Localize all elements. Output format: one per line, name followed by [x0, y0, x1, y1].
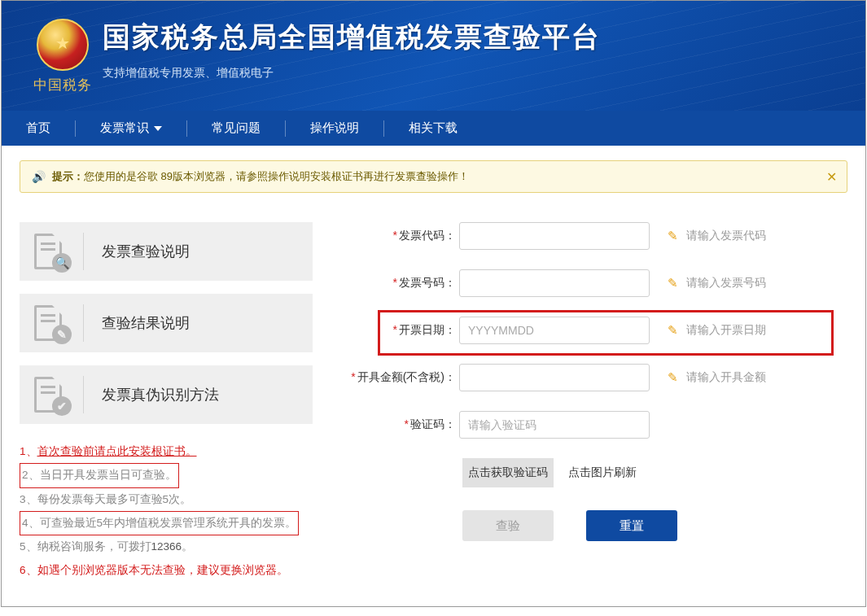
reset-button[interactable]: 重置 — [586, 510, 677, 541]
note-6: 6、如遇个别浏览器版本无法查验，建议更换浏览器。 — [20, 559, 313, 582]
get-captcha-button[interactable]: 点击获取验证码 — [462, 458, 554, 487]
close-icon[interactable]: ✕ — [826, 169, 837, 185]
hint-text: 请输入开票日期 — [686, 323, 766, 338]
pencil-icon: ✎ — [668, 323, 678, 338]
pencil-icon: ✎ — [668, 276, 678, 291]
chevron-down-icon — [154, 126, 162, 131]
tip-banner: 🔊 提示： 您使用的是谷歌 89版本浏览器，请参照操作说明安装根证书再进行发票查… — [20, 160, 847, 193]
tip-prefix: 提示： — [52, 169, 84, 184]
note-4: 4、可查验最近5年内增值税发票管理系统开具的发票。 — [20, 511, 299, 535]
tip-text: 您使用的是谷歌 89版本浏览器，请参照操作说明安装根证书再进行发票查验操作！ — [84, 169, 469, 184]
nav-invoice-knowledge[interactable]: 发票常识 — [76, 111, 186, 146]
nav-faq[interactable]: 常见问题 — [187, 111, 285, 146]
nav-instructions[interactable]: 操作说明 — [286, 111, 383, 146]
side-label: 发票查验说明 — [102, 242, 190, 261]
pencil-icon: ✎ — [668, 229, 678, 243]
side-check-instructions[interactable]: 🔍 发票查验说明 — [20, 222, 313, 281]
page-subtitle: 支持增值税专用发票、增值税电子 — [103, 66, 841, 81]
side-authenticity[interactable]: ✔ 发票真伪识别方法 — [20, 365, 313, 424]
invoice-amount-input[interactable] — [459, 364, 650, 391]
note-5: 5、纳税咨询服务，可拨打12366。 — [20, 535, 313, 558]
refresh-captcha-link[interactable]: 点击图片刷新 — [568, 465, 637, 480]
hint-text: 请输入开具金额 — [686, 370, 766, 385]
nav-home[interactable]: 首页 — [2, 111, 75, 146]
tax-emblem-icon — [37, 19, 89, 71]
captcha-input[interactable] — [459, 411, 650, 439]
doc-edit-icon: ✎ — [29, 302, 72, 344]
page-title: 国家税务总局全国增值税发票查验平台 — [103, 19, 841, 56]
doc-search-icon: 🔍 — [29, 230, 72, 273]
install-cert-link[interactable]: 首次查验前请点此安装根证书。 — [37, 445, 197, 457]
nav-downloads[interactable]: 相关下载 — [384, 111, 482, 146]
side-label: 查验结果说明 — [102, 313, 190, 333]
hint-text: 请输入发票代码 — [686, 229, 766, 243]
side-result-instructions[interactable]: ✎ 查验结果说明 — [20, 294, 313, 352]
speaker-icon: 🔊 — [32, 170, 46, 183]
invoice-date-input[interactable] — [459, 317, 650, 344]
note-2: 2、当日开具发票当日可查验。 — [20, 463, 179, 487]
invoice-number-input[interactable] — [459, 269, 650, 297]
main-nav: 首页 发票常识 常见问题 操作说明 相关下载 — [2, 111, 865, 146]
hint-text: 请输入发票号码 — [686, 276, 766, 291]
check-button[interactable]: 查验 — [462, 510, 554, 541]
doc-shield-icon: ✔ — [29, 374, 72, 416]
side-label: 发票真伪识别方法 — [102, 385, 219, 404]
notes-list: 1、首次查验前请点此安装根证书。 2、当日开具发票当日可查验。 3、每份发票每天… — [20, 440, 313, 582]
pencil-icon: ✎ — [668, 370, 678, 385]
invoice-code-input[interactable] — [459, 222, 650, 250]
logo-text: 中国税务 — [33, 76, 92, 94]
note-3: 3、每份发票每天最多可查验5次。 — [20, 488, 313, 511]
